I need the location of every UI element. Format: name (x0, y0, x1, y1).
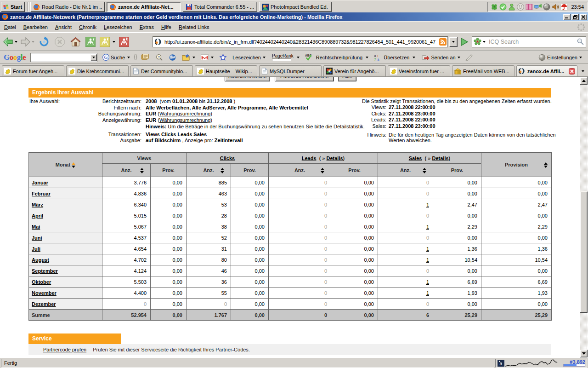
month-cell[interactable]: März (29, 199, 102, 210)
tab-die-krebscommuni[interactable]: Die Krebscommuni... (66, 65, 129, 76)
mister-wong-green-icon[interactable] (85, 36, 96, 47)
minimize-button[interactable] (563, 14, 571, 20)
google-suche-button[interactable]: G Suche (101, 54, 131, 61)
month-cell[interactable]: Juli (29, 243, 102, 254)
senden-an-menu[interactable]: Senden an (420, 54, 461, 61)
col-header-clicks[interactable]: Clicks (187, 153, 269, 164)
taskbar-button[interactable]: PhotoImpact Bundled Ed. (259, 2, 332, 12)
month-cell[interactable]: Oktober (29, 276, 102, 288)
stop-button[interactable] (54, 36, 65, 47)
home-button[interactable] (70, 36, 81, 47)
hilfe-button[interactable]: Hilfe (338, 77, 356, 81)
google-news-icon[interactable] (140, 54, 150, 61)
google-logo[interactable]: Google (4, 53, 26, 62)
month-cell[interactable]: August (29, 254, 102, 265)
menu-datei[interactable]: Datei (0, 23, 20, 31)
menu-bearbeiten[interactable]: Bearbeiten (20, 23, 51, 31)
rss-feed-icon[interactable] (439, 38, 447, 46)
month-cell[interactable]: Mai (29, 221, 102, 232)
list-all-tabs-dropdown[interactable] (582, 68, 584, 73)
month-cell[interactable]: November (29, 288, 102, 299)
gmail-icon[interactable] (199, 54, 215, 60)
uebersetzen-menu[interactable]: Übersetzen (382, 55, 417, 60)
mister-wong-red-icon[interactable] (119, 36, 130, 47)
menu-extras[interactable]: Extras (136, 23, 158, 31)
tab-close-icon[interactable] (569, 68, 575, 75)
vertical-scrollbar[interactable] (580, 77, 588, 357)
partnercode-pruefen-link[interactable]: Partnercode prüfen (43, 347, 86, 352)
back-button[interactable] (3, 36, 14, 47)
tab-vereinsforum-fuer[interactable]: Vereinsforum fuer ... (388, 65, 450, 76)
search-engine-dropdown[interactable] (481, 37, 487, 47)
forward-button[interactable] (20, 36, 31, 47)
back-dropdown[interactable] (14, 33, 18, 50)
clover-icon[interactable] (491, 3, 498, 11)
einstellungen-menu[interactable]: Einstellungen (537, 54, 583, 61)
url-text[interactable]: http://ui.zanox-affiliate.de/bin/z_in_fr… (164, 39, 439, 45)
google-search-input[interactable] (30, 53, 97, 62)
striped-box-icon[interactable] (526, 3, 533, 11)
avira-umbrella-icon[interactable] (560, 3, 568, 11)
sphere-icon[interactable] (543, 3, 550, 11)
url-history-dropdown[interactable] (449, 37, 458, 47)
scroll-down-button[interactable] (580, 350, 588, 357)
speaker-icon[interactable] (552, 3, 559, 11)
month-cell[interactable]: April (29, 210, 102, 221)
sales-anz-cell[interactable]: 1 (378, 288, 433, 299)
forward-dropdown[interactable] (31, 33, 35, 50)
page-info-magnifier-icon[interactable]: ? (154, 54, 164, 61)
taskbar-button[interactable]: Road Radio - Die Nr.1 im ... (30, 2, 105, 12)
pagerank-indicator[interactable]: PageRank (271, 54, 295, 61)
menu-chronik[interactable]: Chronik (75, 23, 100, 31)
smiley-icon[interactable] (517, 3, 524, 11)
month-cell[interactable]: Juni (29, 232, 102, 243)
mister-wong-dropdown[interactable] (112, 33, 116, 50)
tab-forum-fuer-angeh[interactable]: Forum fuer Angeh... (2, 65, 64, 76)
month-cell[interactable]: Januar (29, 177, 102, 188)
sales-anz-cell[interactable]: 1 (378, 243, 433, 254)
scrollbar-thumb[interactable] (580, 191, 588, 313)
col-header-sales[interactable]: Sales ( » Details) (378, 153, 481, 164)
menu-lesezeichen[interactable]: Lesezeichen (100, 23, 136, 31)
col-subheader-anz[interactable]: Anz. (102, 164, 151, 177)
alexa-widget[interactable]: a #3,892 (495, 359, 587, 368)
search-magnifier-icon[interactable] (577, 38, 584, 46)
tab-freemail-von-web[interactable]: FreeMail von WEB... (452, 65, 514, 76)
tab-mysqldumper[interactable]: MySQLDumper (259, 65, 322, 76)
menu-hilfe[interactable]: Hilfe (158, 23, 175, 31)
taskbar-button[interactable]: zanox.de Affiliate-Net... (107, 2, 181, 12)
spellcheck-abc-icon[interactable]: ABC (303, 53, 315, 61)
lesezeichen-menu[interactable]: Lesezeichen (231, 55, 267, 60)
waehrungsumrechnung-link[interactable]: Währungsumrechnung (159, 117, 210, 123)
col-header-leads[interactable]: Leads ( » Details) (269, 153, 378, 164)
reload-button[interactable] (39, 36, 50, 47)
rechtschreibpruefung-menu[interactable]: Rechtschreibprüfung (315, 55, 370, 60)
go-button[interactable] (458, 36, 469, 47)
col-header-monat[interactable]: Monat (29, 153, 102, 177)
sales-anz-cell[interactable]: 1 (378, 221, 433, 232)
taskbar-button[interactable]: Total Commander 6.55 - ... (183, 2, 257, 12)
translate-icon[interactable]: ai7ä (373, 54, 382, 61)
waehrungsumrechnung-link[interactable]: Währungsumrechnung (159, 111, 210, 116)
month-cell[interactable]: Dezember (29, 299, 102, 310)
sales-anz-cell[interactable]: 1 (378, 254, 433, 265)
url-bar[interactable]: http://ui.zanox-affiliate.de/bin/z_in_fr… (153, 36, 448, 47)
star-bookmark-icon[interactable] (218, 54, 228, 61)
search-input[interactable]: ICQ Search (487, 39, 577, 45)
highlighter-pen-icon[interactable] (464, 54, 475, 61)
pagerank-dropdown[interactable] (297, 57, 300, 58)
bookmarks-folder-icon[interactable] (181, 54, 197, 61)
col-subheader-anz[interactable]: Anz. (378, 164, 433, 177)
tab-zanox-de-affil[interactable]: zanox.de Affil... (516, 65, 577, 76)
network-signal-icon[interactable] (534, 3, 542, 11)
col-subheader-anz[interactable]: Anz. (269, 164, 331, 177)
google-search-history-dropdown[interactable] (90, 54, 97, 61)
tab-der-communityblo[interactable]: Der Communityblo... (130, 65, 193, 76)
menu-ansicht[interactable]: Ansicht (51, 23, 75, 31)
menu-related-links[interactable]: Related Links (175, 23, 213, 31)
month-cell[interactable]: Februar (29, 188, 102, 199)
tab-verein-f-r-angeh[interactable]: Verein für Angehö... (323, 65, 386, 76)
month-cell[interactable]: September (29, 265, 102, 276)
person-icon[interactable] (508, 3, 515, 11)
maximize-button[interactable] (571, 14, 579, 20)
